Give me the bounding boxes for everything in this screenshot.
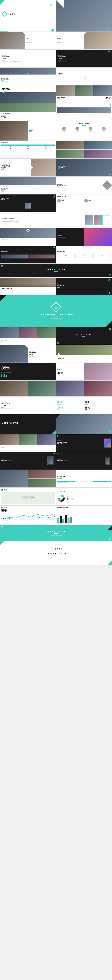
line-chart-slide: LINE CHART 85% Lorem ipsum description — [0, 506, 56, 525]
center-picture-slide: CENTER PICTURE Subtitle text here — [56, 32, 112, 49]
phone-picture-slide: Phone PICTURE SLIDE — [56, 452, 112, 470]
table-slide: TABLE SLIDE COL 1 COL 2 COL 3 Data Data … — [0, 141, 56, 159]
slides-row-19: We Are CREATIVE TEAM Lorem ipsum TOP PIC… — [0, 345, 112, 363]
break-slide-2: BREAK SLIDE Lorem ipsum — [56, 327, 112, 345]
four-picture-slide — [56, 141, 112, 159]
slides-row-9: We Are CREATIVE TEAM Lorem ipsum dolor s… — [0, 159, 112, 177]
pie-chart-slide: PIE CHART SLIDE Category A 50% — [56, 488, 112, 506]
picture-border-slide: PICTURE BORDER Lorem ipsum dolor sit ame… — [0, 212, 112, 228]
horizontal-slide: HORIZONTAL PICTURE Lorem ipsum subtitle … — [56, 103, 112, 121]
three-picture-3-slide: THREE PICTURE SLIDE Lorem ipsum — [0, 434, 56, 452]
slides-row-10: TOP BOTTOM PICTURE Subtitle DIAGONAL SQU… — [0, 177, 112, 194]
break-slide-creative: CREATIVE Lorem ipsum dolor sit amet — [0, 414, 112, 434]
four-horizontal-slide — [0, 380, 112, 396]
svg-point-6 — [30, 496, 30, 497]
percent-value: 85% — [2, 87, 54, 91]
three-picture-2-slide: THREE PICTURE SLIDE — [0, 327, 56, 345]
slides-row-2: LEFT PICTURE Your subtitle here CENTER P… — [0, 32, 112, 49]
percent-slide: 85% Your Label — [0, 85, 56, 103]
svg-point-7 — [32, 497, 33, 498]
top-bottom-2-slide: TOP BOTTOM PICTURE Lorem ipsum 87% + — [0, 103, 56, 121]
slides-row-25: Tab PICTURE SLIDE Phone PICTURE SLIDE — [0, 452, 112, 470]
break-slide-dark: BREAK SLIDE — [0, 264, 112, 277]
we-are-creative-3-slide: We Are CREATIVE TEAM Lorem ipsum — [0, 345, 56, 363]
thank-you-slide: ROTI THANK YOU Lorem ipsum dolor sit ame… — [0, 541, 112, 565]
three-picture-percent: 85% — [106, 97, 111, 100]
slides-row-6: TOP BOTTOM PICTURE Lorem ipsum 87% + HOR… — [0, 103, 112, 121]
three-picture-4-slide — [0, 470, 56, 488]
top-picture-slide: TOP PICTURE Lorem ipsum subtitle — [0, 228, 56, 246]
our-team-2-slide: OUR TEAM Name Role Name Role — [56, 194, 112, 212]
slides-row-20: 85% Lorem ipsum dolor sit amet TOP 2 SL — [0, 363, 112, 380]
ganrbt-slide: GANRBT PICTURE SLIDE — [56, 228, 112, 246]
small-center-slide: SMALL CENTER PICTURE — [0, 194, 56, 212]
map-slide: MAP SLIDE — [0, 488, 56, 506]
svg-point-5 — [26, 497, 26, 498]
slides-row-4: TOP BOTTOM PICTURE SLIDE Lorem ipsum sub… — [0, 67, 112, 85]
slides-row-11: SMALL CENTER PICTURE OUR TEAM — [0, 194, 112, 212]
column-chart-slide: COLUMN CHART SLIDE Q1 Q2 Q3 — [56, 506, 112, 525]
slides-row-22: We Are CREATIVE TEAM Lorem ipsum dolor s… — [0, 396, 112, 414]
company-profile-slide: COMPANY PROFILE Item 1 Item 2 Item 3 Ite… — [56, 67, 112, 85]
svg-point-4 — [33, 496, 35, 498]
slides-row-8: TABLE SLIDE COL 1 COL 2 COL 3 Data Data … — [0, 141, 112, 159]
our-team-title: OUR TEAM — [58, 123, 110, 125]
slides-row-28: LINE CHART 85% Lorem ipsum description C… — [0, 506, 112, 525]
break-slide-final: BREAK SLIDE Lorem ipsum dolor sit amet — [0, 525, 112, 541]
slides-row-7: YOUR TITLE Subtitle here OUR TEAM Name — [0, 121, 112, 141]
top-2-slide: TOP 2 SLIDE 85% 87% — [56, 363, 112, 380]
page: ROTI — [0, 0, 112, 565]
percent-85-value: 85% — [2, 366, 54, 370]
slides-row-18: THREE PICTURE SLIDE BREAK SLIDE Lorem ip… — [0, 327, 112, 345]
top-bottom-3-slide: TOP BOTTOM PICTURE Subtitle here — [0, 277, 56, 295]
percent-87: 87% — [1, 116, 55, 119]
portfolio-dark-slide: PORTFOLIO — [0, 246, 56, 264]
svg-point-9 — [59, 496, 63, 500]
we-are-creative-slide: We Are CREATIVE TEAM Lorem ipsum dolor s… — [0, 49, 56, 67]
break-slide-picture-1: BREAK SLIDE PICTURE — [56, 159, 112, 177]
our-team-slide-1: OUR TEAM Name Name — [56, 121, 112, 141]
teal-numbers-slide: 85% Lorem ipsum 92% Lorem ipsum 78% Lore… — [56, 396, 112, 414]
slides-row-13: TOP PICTURE Lorem ipsum subtitle GANRBT … — [0, 228, 112, 246]
tab-picture-slide: Tab PICTURE SLIDE — [0, 452, 56, 470]
slides-row-26: We Are CREATIVE SLIDE Lorem ipsum dolor … — [0, 470, 112, 488]
slides-row-3: We Are CREATIVE TEAM Lorem ipsum dolor s… — [0, 49, 112, 67]
slides-row-24: THREE PICTURE SLIDE Lorem ipsum Mockup B… — [0, 434, 112, 452]
diagonal-square-slide: DIAGONAL SQUARE PICTURE — [56, 177, 112, 194]
top-picture-2-slide: TOP PICTURE — [56, 345, 112, 363]
percent-85-2-slide: 85% Lorem ipsum dolor sit amet — [0, 363, 56, 380]
slides-row-14: PORTFOLIO PRICE SLIDE $9 Basic — [0, 246, 112, 264]
break-mockup-slide: Mockup BREAK SLIDE PICTURE — [56, 434, 112, 452]
top-bottom-picture-slide: TOP BOTTOM PICTURE Subtitle — [0, 177, 56, 194]
price-slide: PRICE SLIDE $9 Basic $29 Pro $49 Premium — [56, 246, 112, 264]
your-title-slide: YOUR TITLE Subtitle here — [0, 121, 56, 141]
we-are-creative-4-slide: We Are CREATIVE TEAM Lorem ipsum dolor s… — [0, 396, 56, 414]
we-are-creative-dark: We Are CREATIVE TEAM Lorem ipsum dolor s… — [56, 49, 112, 67]
cover-slide: ROTI — [0, 0, 112, 32]
thank-you-logo: ROTI — [54, 548, 62, 550]
slides-row-27: MAP SLIDE — [0, 488, 112, 506]
we-are-creative-5-slide: We Are CREATIVE SLIDE Lorem ipsum dolor … — [56, 470, 112, 488]
center-picture-big-slide: CENTERPICTURESLIDE CENTER PICTURE SLIDE … — [0, 295, 112, 327]
we-are-creative-team-wide: We Are CREATIVE TEAM Lorem ipsum dolor s… — [0, 159, 56, 177]
slides-row-16: TOP BOTTOM PICTURE Subtitle here Annual … — [0, 277, 112, 295]
slides-row-5: 85% Your Label THREE PICTURE SLIDE 85% — [0, 85, 112, 103]
three-picture-slide: THREE PICTURE SLIDE 85% — [56, 85, 112, 103]
logo-text: ROTI — [8, 13, 15, 15]
left-picture-slide: LEFT PICTURE Your subtitle here — [0, 32, 56, 49]
top-bottom-slide: TOP BOTTOM PICTURE SLIDE Lorem ipsum sub… — [0, 67, 56, 85]
annual-report-slide: Annual REPORT Lorem ipsum dolor — [56, 277, 112, 295]
